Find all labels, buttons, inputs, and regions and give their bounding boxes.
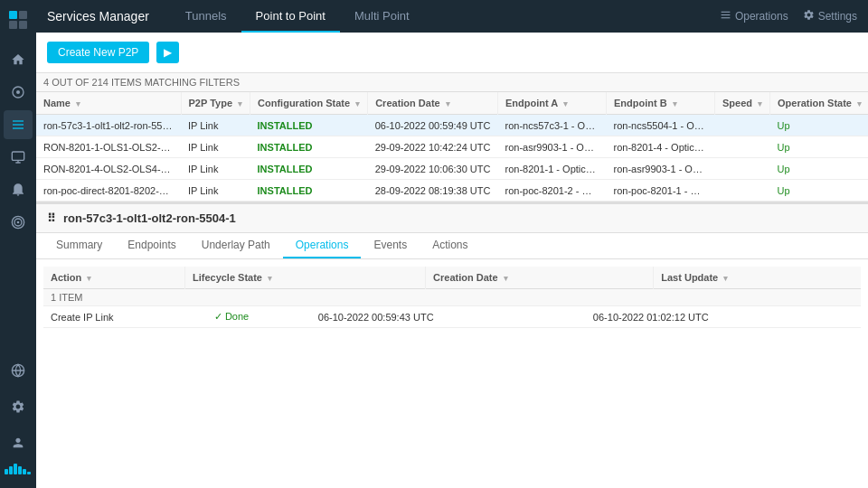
operations-label: Operations bbox=[735, 10, 788, 23]
cisco-logo bbox=[4, 463, 33, 481]
cell-operation-state: Up bbox=[770, 136, 868, 158]
table-row[interactable]: RON-8201-1-OLS1-OLS2-OLS4-RON-... IP Lin… bbox=[36, 136, 868, 158]
svg-rect-18 bbox=[23, 469, 26, 474]
cell-endpoint-a: ron-poc-8201-2 - Optics... bbox=[497, 180, 606, 202]
col-endpoint-a[interactable]: Endpoint A ▾ bbox=[497, 92, 606, 115]
sidebar-item-topology[interactable] bbox=[4, 78, 33, 107]
table-row[interactable]: RON-8201-4-OLS2-OLS4-RON-... IP Link INS… bbox=[36, 158, 868, 180]
toolbar: Create New P2P ▶ bbox=[36, 33, 868, 73]
col-p2p-type[interactable]: P2P Type ▾ bbox=[181, 92, 250, 115]
tab-p2p[interactable]: Point to Point bbox=[241, 0, 340, 33]
svg-rect-6 bbox=[13, 120, 24, 121]
cell-name: RON-8201-1-OLS1-OLS2-OLS4-RON-... bbox=[36, 136, 181, 158]
svg-rect-21 bbox=[722, 14, 731, 15]
cell-speed bbox=[714, 158, 769, 180]
app-logo bbox=[5, 7, 31, 33]
sidebar-item-globe[interactable] bbox=[4, 356, 33, 385]
cell-p2p-type: IP Link bbox=[181, 158, 250, 180]
sidebar-item-target[interactable] bbox=[4, 208, 33, 237]
operations-table: Action ▾ Lifecycle State ▾ Creation Date… bbox=[43, 267, 861, 289]
cell-config-state: INSTALLED bbox=[250, 115, 368, 136]
ops-col-lifecycle[interactable]: Lifecycle State ▾ bbox=[184, 267, 425, 289]
sidebar bbox=[0, 0, 36, 488]
svg-point-12 bbox=[17, 221, 20, 224]
ops-table-row[interactable]: Create IP Link ✓ Done 06-10-2022 00:59:4… bbox=[43, 306, 861, 328]
table-row[interactable]: ron-57c3-1-olt1-olt2-ron-5504-1 IP Link … bbox=[36, 115, 868, 136]
detail-tabs: Summary Endpoints Underlay Path Operatio… bbox=[36, 233, 868, 259]
ops-col-last-update[interactable]: Last Update ▾ bbox=[654, 267, 861, 289]
detail-tab-actions[interactable]: Actions bbox=[420, 233, 480, 258]
detail-tab-operations[interactable]: Operations bbox=[283, 233, 362, 258]
detail-tab-underlay-path[interactable]: Underlay Path bbox=[189, 233, 283, 258]
main-table: Name ▾ P2P Type ▾ Configuration State ▾ … bbox=[36, 92, 868, 202]
col-creation-date[interactable]: Creation Date ▾ bbox=[368, 92, 498, 115]
col-name[interactable]: Name ▾ bbox=[36, 92, 181, 115]
tab-tunnels[interactable]: Tunnels bbox=[171, 0, 241, 33]
detail-tab-events[interactable]: Events bbox=[361, 233, 420, 258]
svg-rect-14 bbox=[5, 469, 8, 474]
col-operation-state[interactable]: Operation State ▾ bbox=[770, 92, 868, 115]
sidebar-bottom bbox=[4, 354, 33, 481]
detail-tab-endpoints[interactable]: Endpoints bbox=[115, 233, 188, 258]
svg-rect-19 bbox=[27, 472, 31, 474]
col-speed[interactable]: Speed ▾ bbox=[714, 92, 769, 115]
sidebar-item-user[interactable] bbox=[4, 428, 33, 457]
cell-creation-date: 29-09-2022 10:06:30 UTC bbox=[368, 158, 498, 180]
content-area: Create New P2P ▶ 4 OUT OF 214 ITEMS MATC… bbox=[36, 33, 868, 488]
cell-name: ron-poc-direct-8201-8202-2809-... bbox=[36, 180, 181, 202]
col-config-state[interactable]: Configuration State ▾ bbox=[250, 92, 368, 115]
cell-endpoint-a: ron-ncs57c3-1 - Optics0... bbox=[497, 115, 606, 136]
cell-endpoint-b: ron-poc-8201-1 - Optics... bbox=[606, 180, 714, 202]
settings-icon bbox=[803, 9, 815, 23]
table-header-row: Name ▾ P2P Type ▾ Configuration State ▾ … bbox=[36, 92, 868, 115]
settings-label: Settings bbox=[818, 10, 857, 23]
svg-rect-22 bbox=[722, 17, 731, 18]
cell-config-state: INSTALLED bbox=[250, 158, 368, 180]
svg-rect-9 bbox=[12, 152, 24, 160]
detail-header: ⠿ ron-57c3-1-olt1-olt2-ron-5504-1 bbox=[36, 204, 868, 233]
svg-rect-0 bbox=[9, 11, 17, 19]
detail-title: ron-57c3-1-olt1-olt2-ron-5504-1 bbox=[63, 211, 236, 225]
sidebar-item-home[interactable] bbox=[4, 45, 33, 74]
col-endpoint-b[interactable]: Endpoint B ▾ bbox=[606, 92, 714, 115]
topbar-right: Operations Settings bbox=[720, 9, 857, 23]
topbar: Services Manager Tunnels Point to Point … bbox=[36, 0, 868, 33]
ops-col-action[interactable]: Action ▾ bbox=[43, 267, 184, 289]
cell-name: ron-57c3-1-olt1-olt2-ron-5504-1 bbox=[36, 115, 181, 136]
create-p2p-button[interactable]: Create New P2P bbox=[47, 42, 149, 63]
sidebar-item-alarms[interactable] bbox=[4, 175, 33, 204]
cell-endpoint-b: ron-8201-4 - Optics0/0/... bbox=[606, 136, 714, 158]
cell-endpoint-b: ron-asr9903-1 - Optics0/... bbox=[606, 158, 714, 180]
svg-point-5 bbox=[16, 90, 20, 94]
operations-header-row: Action ▾ Lifecycle State ▾ Creation Date… bbox=[43, 267, 861, 289]
operations-data-table: Create IP Link ✓ Done 06-10-2022 00:59:4… bbox=[43, 306, 861, 328]
tab-multipoint[interactable]: Multi Point bbox=[340, 0, 424, 33]
table-row[interactable]: ron-poc-direct-8201-8202-2809-... IP Lin… bbox=[36, 180, 868, 202]
sidebar-item-services[interactable] bbox=[4, 110, 33, 139]
drag-handle-icon[interactable]: ⠿ bbox=[47, 211, 56, 225]
sidebar-item-devices[interactable] bbox=[4, 143, 33, 172]
ops-cell-action: Create IP Link bbox=[43, 306, 207, 328]
cell-config-state: INSTALLED bbox=[250, 136, 368, 158]
main-table-container: 4 OUT OF 214 ITEMS MATCHING FILTERS Name… bbox=[36, 73, 868, 202]
detail-tab-summary[interactable]: Summary bbox=[43, 233, 115, 258]
cell-operation-state: Up bbox=[770, 158, 868, 180]
svg-rect-7 bbox=[13, 124, 24, 125]
settings-button[interactable]: Settings bbox=[803, 9, 857, 23]
svg-rect-3 bbox=[19, 21, 27, 29]
svg-rect-17 bbox=[18, 466, 22, 474]
cell-operation-state: Up bbox=[770, 115, 868, 136]
create-p2p-label: Create New P2P bbox=[58, 46, 138, 59]
filter-bar: 4 OUT OF 214 ITEMS MATCHING FILTERS bbox=[36, 73, 868, 92]
cell-endpoint-a: ron-8201-1 - Optics0/0/... bbox=[497, 158, 606, 180]
sidebar-item-settings[interactable] bbox=[4, 392, 33, 421]
ops-table-body: Create IP Link ✓ Done 06-10-2022 00:59:4… bbox=[43, 306, 861, 328]
cell-p2p-type: IP Link bbox=[181, 180, 250, 202]
svg-rect-8 bbox=[13, 127, 24, 128]
cell-creation-date: 29-09-2022 10:42:24 UTC bbox=[368, 136, 498, 158]
operations-icon bbox=[720, 9, 731, 23]
play-button[interactable]: ▶ bbox=[156, 42, 179, 63]
cell-config-state: INSTALLED bbox=[250, 180, 368, 202]
operations-button[interactable]: Operations bbox=[720, 9, 788, 23]
ops-col-creation[interactable]: Creation Date ▾ bbox=[426, 267, 654, 289]
